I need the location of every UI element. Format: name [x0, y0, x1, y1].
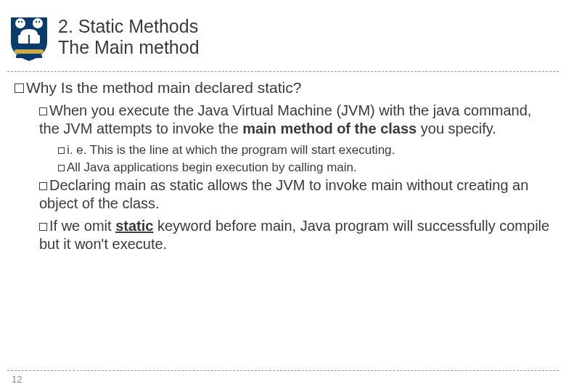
svg-rect-9: [16, 55, 42, 58]
square-bullet-icon: [15, 83, 24, 93]
square-bullet-icon: [39, 182, 47, 190]
square-bullet-icon: [39, 107, 47, 115]
svg-point-6: [36, 21, 37, 23]
bullet-lvl3: All Java applications begin execution by…: [58, 160, 551, 175]
university-crest-logo: [7, 12, 51, 62]
header: 2. Static Methods The Main method: [7, 12, 559, 62]
bullet-lvl1: Why Is the method main declared static?: [15, 78, 551, 97]
square-bullet-icon: [58, 147, 65, 154]
bullet-lvl2: Declaring main as static allows the JVM …: [39, 176, 551, 213]
svg-point-7: [38, 21, 40, 23]
bullet-lvl2: If we omit static keyword before main, J…: [39, 217, 551, 253]
svg-point-2: [15, 18, 25, 28]
lvl2c-pre: If we omit: [49, 218, 115, 234]
lvl2b-text: Declaring main as static allows the JVM …: [39, 177, 528, 211]
svg-rect-8: [15, 49, 44, 54]
bullet-lvl3: i. e. This is the line at which the prog…: [58, 142, 551, 158]
lvl3b-text: All Java applications begin execution by…: [67, 160, 357, 174]
lvl3a-text: i. e. This is the line at which the prog…: [67, 143, 395, 157]
square-bullet-icon: [58, 165, 65, 171]
bullet-lvl2: When you execute the Java Virtual Machin…: [39, 102, 551, 138]
svg-rect-1: [28, 35, 30, 44]
svg-point-4: [18, 21, 20, 23]
title-line-1: 2. Static Methods: [58, 16, 200, 37]
title-block: 2. Static Methods The Main method: [58, 16, 200, 58]
footer: 12: [7, 370, 559, 385]
lvl2a-post: you specify.: [417, 121, 496, 136]
square-bullet-icon: [39, 223, 47, 231]
lvl2a-bold: main method of the class: [242, 121, 417, 136]
svg-point-5: [21, 21, 22, 23]
title-line-2: The Main method: [58, 37, 200, 58]
header-divider: [7, 71, 559, 72]
svg-point-3: [33, 18, 43, 28]
lvl1-text: Why Is the method main declared static?: [26, 79, 301, 96]
lvl2c-underline: static: [115, 218, 153, 234]
content: Why Is the method main declared static? …: [15, 78, 551, 258]
footer-divider: [7, 370, 559, 371]
page-number: 12: [12, 374, 559, 385]
